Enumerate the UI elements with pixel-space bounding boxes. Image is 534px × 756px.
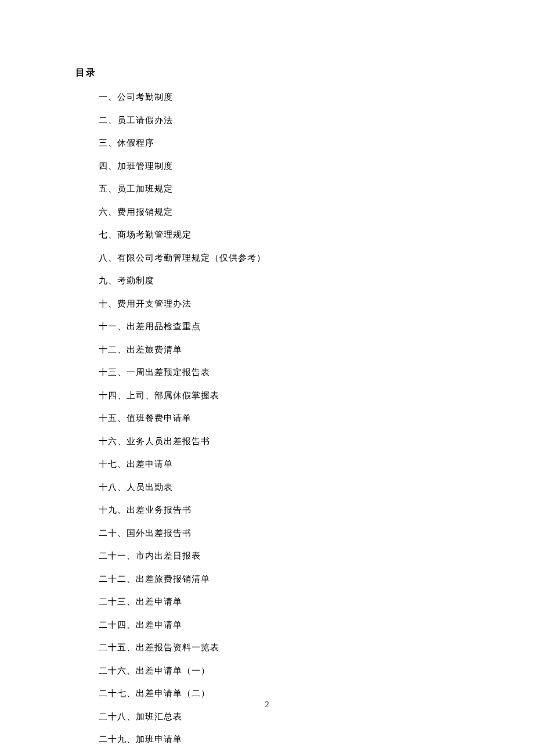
toc-item: 十二、出差旅费清单 [99,343,459,357]
toc-item: 二十五、出差报告资料一览表 [99,641,459,654]
toc-item: 三、休假程序 [99,136,459,150]
page-container: 目录 一、公司考勤制度 二、员工请假办法 三、休假程序 四、加班管理制度 五、员… [0,0,534,746]
toc-item: 八、有限公司考勤管理规定（仅供参考） [99,251,459,265]
toc-item: 九、考勤制度 [99,274,459,287]
toc-item: 十九、出差业务报告书 [99,503,459,517]
toc-item: 六、费用报销规定 [99,206,459,219]
toc-item: 二十三、出差申请单 [99,595,459,609]
toc-item: 二十、国外出差报告书 [99,527,459,540]
toc-item: 二十八、加班汇总表 [99,710,459,723]
toc-item: 十三、一周出差预定报告表 [99,366,459,379]
toc-item: 七、商场考勤管理规定 [99,228,459,242]
toc-item: 十八、人员出勤表 [99,481,459,494]
toc-title: 目录 [75,67,459,79]
toc-item: 十一、出差用品检查重点 [99,320,459,333]
toc-item: 一、公司考勤制度 [99,91,459,104]
page-number: 2 [265,700,269,710]
toc-item: 二十四、出差申请单 [99,618,459,632]
toc-item: 二十七、出差申请单（二） [99,687,459,700]
toc-item: 十七、出差申请单 [99,458,459,471]
toc-item: 二十二、出差旅费报销清单 [99,573,459,586]
toc-item: 十四、上司、部属休假掌握表 [99,389,459,402]
toc-item: 十五、值班餐费申请单 [99,412,459,425]
toc-item: 二十六、出差申请单（一） [99,664,459,678]
toc-item: 十、费用开支管理办法 [99,297,459,311]
toc-item: 二十九、加班申请单 [99,733,459,746]
toc-list: 一、公司考勤制度 二、员工请假办法 三、休假程序 四、加班管理制度 五、员工加班… [75,91,459,746]
toc-item: 二、员工请假办法 [99,114,459,127]
toc-item: 十六、业务人员出差报告书 [99,435,459,448]
toc-item: 四、加班管理制度 [99,160,459,173]
toc-item: 二十一、市内出差日报表 [99,549,459,563]
toc-item: 五、员工加班规定 [99,182,459,196]
